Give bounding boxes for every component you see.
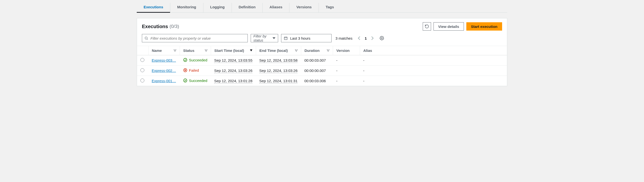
status-text: Succeeded <box>189 79 207 83</box>
version: - <box>336 68 338 73</box>
col-name[interactable]: Name <box>148 46 180 55</box>
tab-versions[interactable]: Versions <box>289 3 318 12</box>
refresh-button[interactable] <box>423 22 431 30</box>
svg-point-0 <box>145 37 147 39</box>
search-wrap <box>142 34 248 42</box>
svg-point-13 <box>184 58 187 62</box>
col-status[interactable]: Status <box>180 46 211 55</box>
check-circle-icon <box>183 78 188 83</box>
svg-marker-12 <box>327 49 329 51</box>
table-row: Express-001…SucceededSep 12, 2024, 13:01… <box>137 76 507 86</box>
col-end-time-label: End Time (local) <box>260 48 288 53</box>
alias: - <box>363 68 364 73</box>
sort-outline-icon <box>295 49 298 52</box>
svg-point-7 <box>381 38 382 39</box>
x-circle-icon <box>183 68 188 72</box>
status-text: Succeeded <box>189 58 207 62</box>
duration: 00:00:00.007 <box>304 68 326 73</box>
svg-marker-11 <box>295 49 298 51</box>
svg-marker-9 <box>205 49 207 51</box>
chevron-down-icon <box>272 37 276 40</box>
end-time: Sep 12, 2024, 13:01:31 <box>259 79 298 83</box>
status-filter-label: Filter by status <box>254 34 270 42</box>
status-badge: Failed <box>183 68 199 72</box>
col-name-label: Name <box>152 48 162 53</box>
alias: - <box>363 58 364 62</box>
row-select-radio[interactable] <box>140 79 144 82</box>
col-select <box>137 46 148 55</box>
search-input[interactable] <box>142 34 248 42</box>
start-time: Sep 12, 2024, 13:03:55 <box>214 58 252 63</box>
tab-executions[interactable]: Executions <box>137 3 170 12</box>
svg-marker-8 <box>174 49 176 51</box>
search-icon <box>144 36 148 40</box>
matches-label: 3 matches <box>336 36 352 40</box>
pager: 1 <box>358 36 374 40</box>
svg-marker-10 <box>250 49 252 51</box>
version: - <box>336 58 338 62</box>
header-actions: View details Start execution <box>423 22 502 30</box>
sort-outline-icon <box>174 49 176 52</box>
tab-aliases[interactable]: Aliases <box>262 3 290 12</box>
col-end-time[interactable]: End Time (local) <box>256 46 301 55</box>
col-alias-label: Alias <box>364 48 372 53</box>
panel-count: (0/3) <box>170 24 179 29</box>
alias: - <box>363 79 364 83</box>
tab-definition[interactable]: Definition <box>232 3 262 12</box>
end-time: Sep 12, 2024, 13:03:26 <box>259 68 298 73</box>
pager-next[interactable] <box>371 36 374 40</box>
start-execution-button[interactable]: Start execution <box>466 22 502 30</box>
row-select-radio[interactable] <box>140 68 144 72</box>
start-time: Sep 12, 2024, 13:01:28 <box>214 79 252 83</box>
sort-outline-icon <box>327 49 329 52</box>
svg-marker-2 <box>272 37 276 39</box>
daterange-filter[interactable]: Last 3 hours <box>281 34 332 42</box>
execution-name-link[interactable]: Express-002… <box>152 68 176 73</box>
sort-filled-icon <box>250 49 252 52</box>
col-start-time-label: Start Time (local) <box>214 48 244 53</box>
status-text: Failed <box>189 68 199 72</box>
calendar-icon <box>284 36 288 40</box>
view-details-button[interactable]: View details <box>434 22 464 30</box>
duration: 00:00:03.007 <box>304 58 326 62</box>
refresh-icon <box>425 24 429 29</box>
col-start-time[interactable]: Start Time (local) <box>211 46 256 55</box>
status-filter[interactable]: Filter by status <box>251 34 278 42</box>
filter-row: Filter by status Last 3 hours 3 matches <box>137 30 507 46</box>
table-row: Express-002…FailedSep 12, 2024, 13:03:26… <box>137 66 507 76</box>
end-time: Sep 12, 2024, 13:03:58 <box>259 58 298 63</box>
sort-outline-icon <box>205 49 207 52</box>
status-badge: Succeeded <box>183 78 207 83</box>
check-circle-icon <box>183 58 188 62</box>
tab-monitoring[interactable]: Monitoring <box>170 3 203 12</box>
panel-title: Executions <box>142 24 168 29</box>
svg-point-17 <box>184 79 187 82</box>
table-row: Express-003…SucceededSep 12, 2024, 13:03… <box>137 55 507 66</box>
col-version[interactable]: Version <box>333 46 360 55</box>
svg-line-1 <box>147 39 148 40</box>
start-time: Sep 12, 2024, 13:03:26 <box>214 68 252 73</box>
executions-panel: Executions (0/3) View details Start exec… <box>137 18 507 86</box>
table-header-row: Name Status <box>137 46 507 55</box>
col-duration[interactable]: Duration <box>301 46 333 55</box>
execution-name-link[interactable]: Express-001… <box>152 79 176 83</box>
col-version-label: Version <box>336 48 350 53</box>
tabs: Executions Monitoring Logging Definition… <box>137 0 507 13</box>
executions-table: Name Status <box>137 46 507 86</box>
duration: 00:00:03.006 <box>304 79 326 83</box>
daterange-label: Last 3 hours <box>290 36 310 40</box>
tab-logging[interactable]: Logging <box>203 3 232 12</box>
settings-button[interactable] <box>380 36 384 40</box>
pager-page-number: 1 <box>365 36 366 40</box>
pager-prev[interactable] <box>358 36 361 40</box>
status-badge: Succeeded <box>183 58 207 62</box>
version: - <box>336 79 338 83</box>
tab-tags[interactable]: Tags <box>318 3 341 12</box>
col-status-label: Status <box>183 48 194 53</box>
row-select-radio[interactable] <box>140 58 144 62</box>
execution-name-link[interactable]: Express-003… <box>152 58 176 62</box>
panel-header: Executions (0/3) View details Start exec… <box>137 18 507 30</box>
col-duration-label: Duration <box>304 48 320 53</box>
col-alias[interactable]: Alias <box>360 46 507 55</box>
svg-rect-3 <box>284 37 287 40</box>
